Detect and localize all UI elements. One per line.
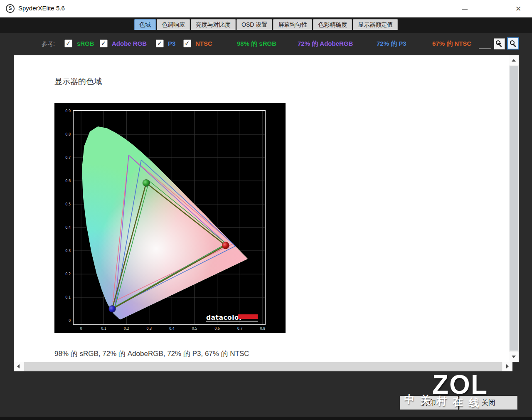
svg-text:0.8: 0.8 — [65, 133, 71, 136]
svg-text:0.7: 0.7 — [65, 156, 71, 160]
horizontal-scroll-thumb[interactable] — [24, 362, 502, 371]
checkbox-srgb[interactable] — [64, 40, 72, 47]
result-ntsc: 67% 的 NTSC — [432, 40, 471, 48]
arrow-down-icon — [512, 356, 516, 358]
svg-text:datacolor: datacolor — [206, 314, 242, 321]
cie-chromaticity-chart: 00.10.20.30.40.50.60.70.800.10.20.30.40.… — [54, 103, 286, 333]
checkbox-ntsc[interactable] — [183, 40, 191, 47]
svg-text:0.4: 0.4 — [65, 226, 71, 230]
result-p3: 72% 的 P3 — [377, 40, 406, 48]
svg-text:0.6: 0.6 — [214, 327, 220, 331]
magnifier-icon — [510, 40, 515, 45]
label-ntsc: NTSC — [195, 40, 212, 47]
zoom-in-button[interactable] — [507, 37, 519, 49]
bottom-strip — [0, 417, 532, 420]
svg-text:0.8: 0.8 — [260, 327, 265, 331]
tab-osd-settings[interactable]: OSD 设置 — [236, 19, 272, 30]
svg-text:0.5: 0.5 — [65, 203, 71, 206]
result-adobergb: 72% 的 AdobeRGB — [298, 40, 353, 48]
tab-screen-uniformity[interactable]: 屏幕均匀性 — [273, 19, 312, 30]
scroll-right-button[interactable] — [502, 362, 512, 371]
close-icon: ✕ — [515, 5, 521, 13]
tab-color-accuracy[interactable]: 色彩精确度 — [313, 19, 352, 30]
arrow-left-icon — [17, 364, 20, 368]
spectral-locus — [54, 103, 286, 333]
reference-bar: 参考: sRGB Adobe RGB P3 NTSC 98% 的 sRGB 72… — [0, 33, 532, 55]
svg-text:0.6: 0.6 — [65, 179, 71, 183]
svg-text:0.3: 0.3 — [65, 249, 71, 253]
scroll-left-button[interactable] — [14, 362, 24, 371]
cie-svg: 00.10.20.30.40.50.60.70.800.10.20.30.40.… — [54, 103, 286, 333]
tabs: 色域 色调响应 亮度与对比度 OSD 设置 屏幕均匀性 色彩精确度 显示器额定值 — [134, 19, 398, 30]
svg-text:0.1: 0.1 — [101, 327, 106, 331]
svg-text:0.1: 0.1 — [65, 296, 71, 299]
magnifier-minus-icon — [496, 40, 500, 45]
content-area: 显示器的色域 — [14, 55, 509, 362]
minimize-button[interactable] — [455, 0, 474, 17]
checkbox-adobergb[interactable] — [100, 40, 108, 47]
svg-text:0.9: 0.9 — [65, 109, 71, 113]
tabstrip: 色域 色调响应 亮度与对比度 OSD 设置 屏幕均匀性 色彩精确度 显示器额定值 — [0, 17, 532, 33]
arrow-right-icon — [506, 364, 509, 368]
zoom-separator — [479, 48, 491, 49]
reference-label: 参考: — [42, 40, 55, 48]
zoom-out-button[interactable] — [494, 38, 505, 49]
window-title: SpyderXElite 5.6 — [18, 5, 65, 12]
vertical-scroll-thumb[interactable] — [510, 66, 518, 351]
primary-dot-green — [143, 180, 150, 187]
scroll-down-button[interactable] — [509, 352, 519, 362]
workspace: 显示器的色域 — [0, 55, 532, 420]
label-p3: P3 — [168, 40, 175, 47]
svg-text:0.2: 0.2 — [65, 272, 71, 276]
maximize-icon — [489, 6, 494, 11]
zol-watermark: ZOL 中关村在线 — [391, 369, 528, 419]
svg-text:0: 0 — [80, 327, 82, 331]
maximize-button[interactable] — [482, 0, 501, 17]
arrow-up-icon — [512, 59, 516, 62]
zol-logo-text: ZOL — [432, 369, 488, 400]
svg-text:0: 0 — [69, 319, 71, 323]
titlebar: S SpyderXElite 5.6 ✕ — [0, 0, 532, 17]
spyderx-window: S SpyderXElite 5.6 ✕ 色域 色调响应 亮度与对比度 OSD … — [0, 0, 532, 420]
primary-dot-red — [222, 242, 229, 249]
tab-tone-response[interactable]: 色调响应 — [157, 19, 190, 30]
close-dialog-button[interactable]: 关闭 — [459, 396, 517, 410]
datacolor-logo: datacolor — [206, 314, 258, 321]
gamut-summary: 98% 的 sRGB, 72% 的 AdobeRGB, 72% 的 P3, 67… — [54, 349, 249, 358]
scroll-up-button[interactable] — [509, 55, 519, 65]
tab-monitor-rating[interactable]: 显示器额定值 — [353, 19, 398, 30]
checkbox-p3[interactable] — [156, 40, 164, 47]
svg-text:0.2: 0.2 — [124, 327, 129, 331]
tab-brightness-contrast[interactable]: 亮度与对比度 — [191, 19, 236, 30]
result-srgb: 98% 的 sRGB — [237, 40, 276, 48]
horizontal-scrollbar[interactable] — [14, 362, 512, 371]
vertical-scrollbar[interactable] — [509, 55, 519, 362]
minimize-icon — [462, 9, 468, 10]
label-adobergb: Adobe RGB — [112, 40, 147, 47]
svg-text:0.3: 0.3 — [146, 327, 152, 331]
close-button[interactable]: ✕ — [510, 0, 529, 17]
tab-gamut[interactable]: 色域 — [134, 19, 156, 30]
svg-text:0.4: 0.4 — [169, 327, 175, 331]
app-icon: S — [6, 4, 15, 13]
page-title: 显示器的色域 — [54, 76, 102, 87]
svg-text:0.5: 0.5 — [192, 327, 197, 331]
print-button[interactable]: 打印 — [400, 396, 458, 410]
label-srgb: sRGB — [77, 40, 94, 47]
primary-dot-blue — [108, 306, 116, 313]
svg-text:0.7: 0.7 — [237, 327, 243, 331]
